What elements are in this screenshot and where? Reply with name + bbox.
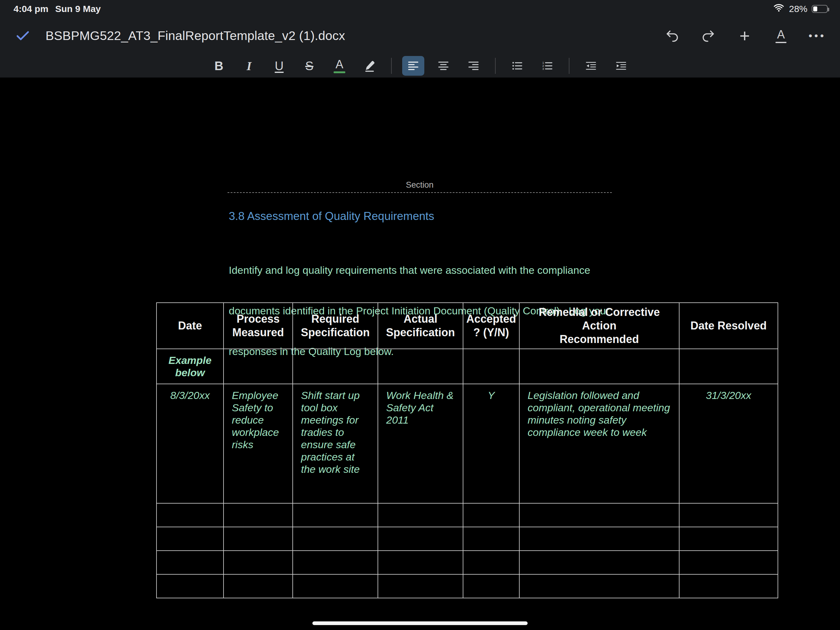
app-window: 4:04 pm Sun 9 May 28% (0, 0, 840, 630)
table-cell[interactable] (519, 551, 679, 574)
format-button[interactable]: A (772, 27, 789, 44)
table-cell[interactable] (293, 349, 378, 384)
table-cell[interactable] (378, 349, 463, 384)
undo-button[interactable] (663, 27, 681, 44)
underline-button[interactable]: U (268, 56, 290, 76)
table-cell[interactable] (224, 349, 293, 384)
table-cell[interactable] (679, 527, 778, 551)
table-cell[interactable] (519, 349, 679, 384)
paragraph-line[interactable]: Identify and log quality requirements th… (229, 263, 619, 277)
table-header-cell[interactable]: Process Measured (224, 303, 293, 349)
align-right-button[interactable] (463, 56, 485, 76)
table-cell[interactable] (519, 574, 679, 598)
wifi-icon (773, 4, 785, 14)
font-color-button[interactable]: A (328, 56, 351, 76)
done-checkmark-button[interactable] (14, 27, 32, 45)
format-a-icon: A (775, 28, 786, 43)
outdent-button[interactable] (580, 56, 602, 76)
align-right-icon (468, 61, 479, 70)
add-button[interactable]: + (736, 27, 753, 44)
section-heading[interactable]: 3.8 Assessment of Quality Requirements (229, 210, 434, 223)
table-header-cell[interactable]: Remedial or Corrective Action Recommende… (519, 303, 679, 349)
table-cell[interactable] (679, 574, 778, 598)
table-body: Example below8/3/20xxEmployee Safety to … (156, 349, 778, 598)
bold-button[interactable]: B (208, 56, 230, 76)
table-cell[interactable] (463, 503, 519, 527)
document-canvas[interactable]: Section 3.8 Assessment of Quality Requir… (0, 78, 840, 630)
table-header-row: DateProcess MeasuredRequired Specificati… (156, 303, 778, 349)
table-cell[interactable]: Shift start up tool box meetings for tra… (293, 384, 378, 503)
table-row (156, 503, 778, 527)
battery-icon (812, 5, 828, 13)
table-header-cell[interactable]: Accepted ? (Y/N) (463, 303, 519, 349)
table-cell[interactable] (519, 527, 679, 551)
table-cell[interactable] (378, 574, 463, 598)
table-cell[interactable] (463, 349, 519, 384)
table-cell[interactable] (463, 574, 519, 598)
highlight-button[interactable] (358, 56, 381, 76)
section-break-label: Section (406, 180, 434, 190)
table-row (156, 527, 778, 551)
table-row (156, 574, 778, 598)
more-button[interactable]: ••• (808, 27, 826, 44)
table-cell[interactable] (679, 349, 778, 384)
table-cell[interactable] (519, 503, 679, 527)
table-cell[interactable] (224, 527, 293, 551)
table-cell[interactable] (679, 503, 778, 527)
table-row (156, 551, 778, 574)
table-cell[interactable] (156, 503, 224, 527)
table-cell[interactable] (293, 503, 378, 527)
align-center-icon (438, 61, 449, 70)
battery-percent: 28% (789, 4, 807, 14)
table-cell[interactable] (293, 527, 378, 551)
ellipsis-icon: ••• (808, 30, 826, 42)
table-cell[interactable] (156, 551, 224, 574)
redo-button[interactable] (700, 27, 717, 44)
date: Sun 9 May (55, 4, 101, 14)
table-cell[interactable]: Work Health & Safety Act 2011 (378, 384, 463, 503)
table-cell[interactable] (224, 574, 293, 598)
plus-icon: + (739, 27, 750, 44)
table-header-cell[interactable]: Required Specification (293, 303, 378, 349)
table-cell[interactable]: Legislation followed and compliant, oper… (519, 384, 679, 503)
table-cell[interactable] (378, 551, 463, 574)
table-cell[interactable] (224, 503, 293, 527)
align-left-button[interactable] (402, 56, 424, 76)
table-cell[interactable] (156, 527, 224, 551)
table-cell[interactable]: Example below (156, 349, 224, 384)
align-center-button[interactable] (432, 56, 455, 76)
svg-text:3: 3 (542, 67, 544, 70)
bullet-list-button[interactable] (506, 56, 528, 76)
table-cell[interactable] (293, 551, 378, 574)
table-cell[interactable]: Y (463, 384, 519, 503)
strikethrough-button[interactable]: S (298, 56, 321, 76)
top-chrome: 4:04 pm Sun 9 May 28% (0, 0, 840, 78)
table-cell[interactable] (463, 527, 519, 551)
numbered-list-icon: 1 2 3 (542, 61, 553, 70)
section-break: Section (227, 180, 612, 193)
table-header-cell[interactable]: Date (156, 303, 224, 349)
toolbar-divider (569, 58, 569, 74)
table-header-cell[interactable]: Date Resolved (679, 303, 778, 349)
table-header-cell[interactable]: Actual Specification (378, 303, 463, 349)
formatting-toolbar: B I U S A (0, 54, 840, 78)
italic-button[interactable]: I (238, 56, 260, 76)
home-indicator[interactable] (313, 621, 527, 625)
svg-text:2: 2 (542, 64, 544, 67)
table-cell[interactable]: 31/3/20xx (679, 384, 778, 503)
indent-button[interactable] (610, 56, 632, 76)
table-cell[interactable] (463, 551, 519, 574)
table-cell[interactable]: Employee Safety to reduce workplace risk… (224, 384, 293, 503)
outdent-icon (585, 61, 597, 70)
table-cell[interactable] (224, 551, 293, 574)
table-cell[interactable]: 8/3/20xx (156, 384, 224, 503)
table-cell[interactable] (293, 574, 378, 598)
table-cell[interactable] (378, 527, 463, 551)
indent-icon (615, 61, 627, 70)
clock: 4:04 pm (14, 4, 48, 14)
table-cell[interactable] (378, 503, 463, 527)
table-cell[interactable] (156, 574, 224, 598)
table-cell[interactable] (679, 551, 778, 574)
numbered-list-button[interactable]: 1 2 3 (536, 56, 558, 76)
toolbar-divider (391, 58, 392, 74)
